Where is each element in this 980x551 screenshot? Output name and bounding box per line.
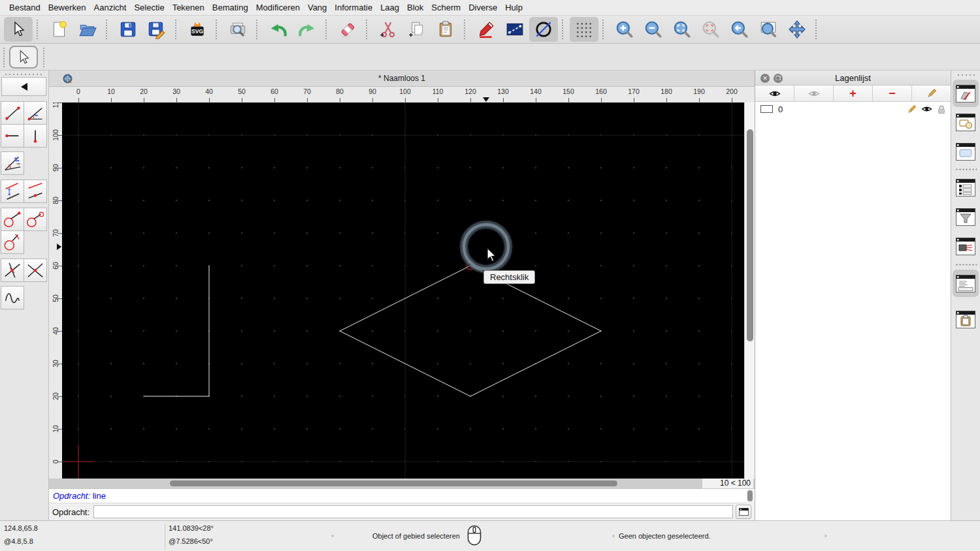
menu-bemating[interactable]: Bemating [208, 0, 252, 16]
menu-laag[interactable]: Laag [376, 0, 403, 16]
selection-tool-button[interactable] [4, 17, 33, 42]
menu-informatie[interactable]: Informatie [331, 0, 376, 16]
h-ruler-label: 50 [232, 87, 252, 95]
vertical-scrollbar-thumb[interactable] [747, 129, 753, 341]
copy-button[interactable] [402, 17, 431, 42]
block-list-panel-button[interactable] [953, 108, 979, 136]
export-svg-button[interactable]: SVG [183, 17, 212, 42]
h-ruler-tick [372, 98, 373, 102]
h-ruler-tick [111, 98, 112, 102]
library-browser-panel-button[interactable] [953, 232, 979, 260]
command-line-panel-button[interactable] [953, 270, 979, 297]
layer-list-panel-button[interactable] [953, 80, 979, 107]
document-title: * Naamloos 1 [49, 71, 755, 87]
tool-line-freehand[interactable] [1, 286, 24, 309]
tool-line-tangent-point-circle[interactable] [1, 208, 24, 231]
tool-line-parallel-through-point[interactable] [24, 180, 47, 203]
tooltip: Rechtsklik [483, 270, 535, 284]
undo-icon [269, 20, 288, 39]
command-input[interactable] [93, 505, 733, 518]
eraser-button[interactable] [333, 17, 362, 42]
paste-button[interactable] [431, 17, 460, 42]
show-all-layers-button[interactable] [755, 86, 794, 101]
history-scrollbar-thumb[interactable] [747, 490, 753, 501]
print-preview-button[interactable] [223, 17, 252, 42]
reset-pointer-button[interactable] [9, 46, 38, 69]
document-tab-bar[interactable]: * Naamloos 1 [49, 71, 755, 87]
tool-line-orthogonal-tangent[interactable] [1, 230, 24, 254]
tool-line-parallel[interactable] [1, 180, 24, 203]
horizontal-scrollbar[interactable]: 10 < 100 [49, 479, 755, 488]
tool-line-orthogonal[interactable] [1, 259, 24, 282]
menu-vang[interactable]: Vang [304, 0, 331, 16]
panel-toggle-strip [951, 71, 980, 520]
edit-layer-button[interactable] [912, 86, 951, 101]
pencil-icon [926, 88, 937, 99]
tool-line-2-points[interactable] [1, 101, 24, 125]
property-editor-panel-button[interactable] [953, 174, 979, 201]
toolbar-separator [106, 20, 112, 39]
tool-line-relative-angle[interactable] [24, 259, 47, 282]
previous-view-button[interactable] [725, 17, 754, 42]
save-button[interactable] [114, 17, 142, 42]
auto-zoom-button[interactable] [668, 17, 696, 42]
open-file-button[interactable] [73, 17, 102, 42]
red-pencil-icon [476, 20, 496, 39]
console-toggle-button[interactable] [736, 505, 751, 519]
tool-line-bisector[interactable] [1, 151, 24, 175]
v-ruler-tick [57, 429, 62, 430]
menu-blok[interactable]: Blok [403, 0, 427, 16]
save-as-button[interactable] [142, 17, 171, 42]
menu-selectie[interactable]: Selectie [130, 0, 168, 16]
drawing-entity [340, 266, 601, 396]
layer-color-swatch[interactable] [760, 105, 773, 113]
tool-line-angle[interactable] [24, 101, 47, 125]
drawing-canvas[interactable]: Rechtsklik [62, 102, 744, 479]
draft-mode-button[interactable] [472, 17, 500, 42]
menu-scherm[interactable]: Scherm [427, 0, 465, 16]
history-scrollbar[interactable] [746, 490, 754, 503]
zoom-in-button[interactable] [610, 17, 639, 42]
layer-visibility-icon[interactable] [921, 105, 932, 113]
menu-modificeren[interactable]: Modificeren [252, 0, 304, 16]
screen-linetypes-button[interactable] [500, 17, 529, 42]
menu-bestand[interactable]: Bestand [5, 0, 44, 16]
add-layer-button[interactable]: + [834, 86, 873, 101]
menu-tekenen[interactable]: Tekenen [169, 0, 208, 16]
v-ruler-tick [57, 462, 62, 462]
remove-layer-button[interactable]: − [873, 86, 912, 101]
pan-button[interactable] [783, 17, 811, 42]
property-editor-panel-icon [956, 179, 975, 197]
vertical-scrollbar[interactable] [744, 102, 755, 479]
h-ruler-label: 30 [167, 87, 186, 95]
clipboard-panel-button[interactable] [953, 306, 979, 333]
tool-line-tangent-2-circles[interactable] [24, 208, 47, 231]
selection-filter-panel-button[interactable] [953, 203, 979, 230]
antialiasing-button[interactable] [529, 17, 558, 42]
palette-back-button[interactable] [1, 77, 46, 96]
tool-line-vertical[interactable] [24, 124, 47, 148]
view-list-panel-button[interactable] [953, 138, 979, 165]
zoom-to-selection-button[interactable] [696, 17, 725, 42]
grid-toggle-button[interactable] [570, 17, 598, 42]
layer-edit-icon[interactable] [907, 104, 917, 114]
menu-hulp[interactable]: Hulp [501, 0, 527, 16]
eye-closed-icon [808, 89, 820, 98]
cut-button[interactable] [374, 17, 402, 42]
menu-diverse[interactable]: Diverse [465, 0, 501, 16]
window-zoom-button[interactable] [754, 17, 783, 42]
hide-all-layers-button[interactable] [794, 86, 834, 101]
h-ruler-label: 190 [689, 87, 709, 95]
h-ruler-label: 10 [101, 87, 121, 95]
menu-aanzicht[interactable]: Aanzicht [90, 0, 131, 16]
menu-bewerken[interactable]: Bewerken [44, 0, 90, 16]
redo-button[interactable] [293, 17, 321, 42]
horizontal-scrollbar-thumb[interactable] [170, 480, 617, 486]
new-file-button[interactable] [44, 17, 73, 42]
layer-row[interactable]: 0 [755, 102, 951, 116]
toolbar-separator [175, 20, 181, 39]
zoom-out-button[interactable] [639, 17, 668, 42]
tool-line-horizontal[interactable] [1, 124, 24, 148]
layer-lock-icon[interactable] [937, 104, 946, 114]
undo-button[interactable] [264, 17, 293, 42]
